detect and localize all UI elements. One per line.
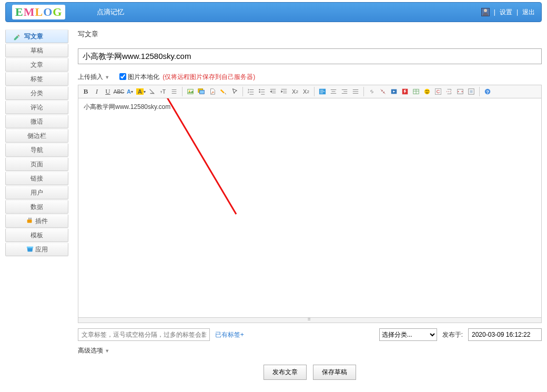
toolbar-underline-icon[interactable]: U	[103, 86, 113, 97]
toolbar-pagebreak-icon[interactable]	[444, 86, 454, 97]
svg-rect-2	[30, 218, 31, 220]
avatar-icon[interactable]	[481, 8, 490, 16]
main-content: 写文章 上传插入 ▼ 图片本地化 (仅将远程图片保存到自己服务器) BIUABC…	[78, 29, 542, 380]
toolbar-flash-icon[interactable]	[400, 86, 410, 97]
toolbar-strike-icon[interactable]: ABC	[114, 86, 124, 97]
local-image-checkbox-label[interactable]: 图片本地化	[119, 73, 159, 82]
sidebar-item-label: 应用	[35, 246, 48, 253]
sidebar-item-9[interactable]: 页面	[5, 157, 68, 171]
toolbar-ol-icon[interactable]: 12	[246, 86, 256, 97]
toolbar-fullscreen-icon[interactable]	[466, 86, 477, 97]
local-image-checkbox[interactable]	[119, 73, 126, 80]
svg-point-16	[426, 90, 427, 91]
tags-input[interactable]	[78, 328, 210, 341]
chevron-down-icon: ▼	[105, 348, 109, 354]
toolbar-forecolor-icon[interactable]: A▾	[125, 86, 135, 97]
sidebar-item-12[interactable]: 数据	[5, 200, 68, 214]
toolbar-fontsize-icon[interactable]: тT	[158, 86, 168, 97]
sidebar-item-10[interactable]: 链接	[5, 172, 68, 185]
svg-rect-6	[200, 90, 205, 94]
toolbar-removeformat-icon[interactable]	[147, 86, 157, 97]
sidebar-item-label: 数据	[31, 203, 43, 210]
existing-tags-link[interactable]: 已有标签+	[215, 330, 244, 339]
toolbar-cursor-icon[interactable]	[229, 86, 240, 97]
sidebar-item-14[interactable]: 模板	[5, 228, 68, 242]
toolbar-lineheight-icon[interactable]	[169, 86, 179, 97]
editor-content-text: 小高教学网www.12580sky.com	[84, 103, 170, 110]
toolbar-bold-icon[interactable]: B	[80, 86, 91, 97]
sidebar-item-13[interactable]: 插件	[5, 214, 68, 228]
sidebar-item-15[interactable]: 应用	[5, 243, 68, 256]
sidebar-item-7[interactable]: 侧边栏	[5, 129, 68, 143]
toolbar-italic-icon[interactable]: I	[92, 86, 102, 97]
toolbar-insertfile-icon[interactable]	[207, 86, 218, 97]
sidebar-item-label: 评论	[31, 104, 43, 111]
plugin-icon	[26, 216, 34, 223]
save-draft-button[interactable]: 保存草稿	[313, 365, 356, 380]
svg-point-9	[259, 89, 260, 91]
sidebar-item-3[interactable]: 标签	[5, 72, 68, 86]
store-icon	[26, 244, 34, 252]
toolbar-image-icon[interactable]	[185, 86, 196, 97]
publish-date-input[interactable]	[468, 328, 542, 341]
toolbar-media-icon[interactable]	[389, 86, 399, 97]
toolbar-table-icon[interactable]	[411, 86, 421, 97]
toolbar-alignright-icon[interactable]	[339, 86, 350, 97]
post-title-input[interactable]	[78, 48, 542, 64]
category-select[interactable]: 选择分类...	[379, 328, 437, 341]
publish-button[interactable]: 发布文章	[264, 365, 307, 380]
toolbar-code-icon[interactable]: C	[433, 86, 443, 97]
slogan: 点滴记忆	[97, 7, 124, 17]
editor-area[interactable]: 小高教学网www.12580sky.com	[78, 98, 542, 318]
toolbar-emoji-icon[interactable]	[422, 86, 432, 97]
toolbar-help-icon[interactable]: ?	[482, 86, 493, 97]
sidebar-item-0[interactable]: 写文章	[5, 29, 68, 43]
pencil-icon	[13, 33, 21, 40]
sidebar-item-5[interactable]: 评论	[5, 100, 68, 114]
advanced-options-toggle[interactable]: 高级选项 ▼	[78, 346, 542, 355]
resize-handle[interactable]: ≡	[78, 318, 542, 323]
sidebar-item-label: 侧边栏	[27, 132, 46, 139]
svg-line-23	[158, 98, 236, 214]
sidebar-item-label: 分类	[31, 89, 43, 97]
toolbar-unlink-icon[interactable]	[378, 86, 388, 97]
toolbar-separator	[363, 87, 364, 96]
toolbar-paint-icon[interactable]	[218, 86, 229, 97]
toolbar-multiimage-icon[interactable]	[196, 86, 207, 97]
toolbar-indent-icon[interactable]	[268, 86, 278, 97]
toolbar-sub-icon[interactable]: X2	[290, 86, 300, 97]
toolbar-separator	[182, 87, 183, 96]
upload-insert-link[interactable]: 上传插入 ▼	[78, 73, 109, 82]
toolbar-separator	[479, 87, 480, 96]
toolbar-ul-icon[interactable]	[257, 86, 267, 97]
sidebar-item-11[interactable]: 用户	[5, 186, 68, 199]
logout-link[interactable]: 退出	[522, 8, 535, 17]
toolbar-sup-icon[interactable]: X2	[301, 86, 311, 97]
svg-point-15	[424, 89, 430, 95]
toolbar-link-icon[interactable]	[367, 86, 377, 97]
toolbar-aligncenter-icon[interactable]	[328, 86, 339, 97]
toolbar-backcolor-icon[interactable]: A▾	[136, 86, 146, 97]
sidebar-item-6[interactable]: 微语	[5, 115, 68, 128]
chevron-down-icon: ▼	[105, 75, 109, 80]
settings-link[interactable]: 设置	[500, 8, 512, 17]
sidebar-item-8[interactable]: 导航	[5, 143, 68, 157]
sidebar-item-label: 微语	[31, 118, 43, 125]
sidebar-item-label: 标签	[31, 75, 43, 83]
sidebar-item-label: 链接	[31, 175, 43, 182]
editor-toolbar: BIUABCA▾A▾тT12X2X2C?	[78, 85, 542, 98]
sidebar-item-label: 导航	[31, 146, 43, 154]
toolbar-outdent-icon[interactable]	[279, 86, 289, 97]
sidebar-item-2[interactable]: 文章	[5, 58, 68, 72]
local-image-hint: (仅将远程图片保存到自己服务器)	[163, 73, 255, 82]
sidebar-item-label: 用户	[31, 189, 43, 196]
logo[interactable]: EMLOG	[12, 5, 65, 19]
svg-rect-0	[27, 219, 32, 223]
toolbar-alignjustify-icon[interactable]	[350, 86, 361, 97]
svg-point-10	[259, 92, 260, 93]
sidebar-item-label: 模板	[31, 232, 43, 239]
toolbar-source-icon[interactable]	[455, 86, 465, 97]
sidebar-item-4[interactable]: 分类	[5, 86, 68, 100]
toolbar-alignleft-icon[interactable]	[317, 86, 328, 97]
sidebar-item-1[interactable]: 草稿	[5, 44, 68, 57]
